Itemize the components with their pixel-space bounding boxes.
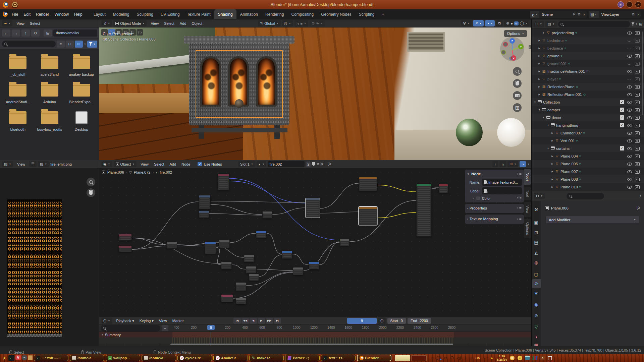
outliner-item-label[interactable]: Vert.001 xyxy=(560,139,575,143)
color-row[interactable]: › Color ∷≡ xyxy=(467,196,522,200)
snapping-toggle[interactable]: ∩ xyxy=(499,161,506,167)
outliner-item-label[interactable]: ground xyxy=(547,54,559,58)
disable-render-toggle[interactable] xyxy=(635,77,639,81)
disable-render-toggle[interactable] xyxy=(635,46,639,50)
back-button[interactable]: ← xyxy=(2,29,10,37)
prev-frame-button[interactable]: ◀ xyxy=(250,318,257,324)
taskbar-window-makese-[interactable]: ✎makese... xyxy=(249,355,284,361)
jump-to-end-button[interactable]: ▶| xyxy=(274,318,281,324)
workspace-tab-animation[interactable]: Animation xyxy=(236,9,262,19)
pin-icon[interactable]: ⚲ xyxy=(636,205,641,211)
shader-node-0[interactable] xyxy=(218,174,229,190)
play-button[interactable]: ▶ xyxy=(258,318,265,324)
books-icon[interactable] xyxy=(532,356,537,360)
hide-viewport-toggle[interactable] xyxy=(627,61,632,66)
menu-view[interactable]: View xyxy=(14,19,27,28)
expand-arrow-icon[interactable]: ▶ xyxy=(542,32,546,34)
disable-render-toggle[interactable] xyxy=(635,138,639,143)
path-field[interactable]: /home/amalie/ xyxy=(53,29,97,37)
hide-viewport-toggle[interactable] xyxy=(627,31,632,35)
editor-type-button[interactable]: ⊟▼ xyxy=(534,193,545,199)
taskbar-window--home-a-[interactable]: /home/a... xyxy=(70,355,104,361)
menu-help[interactable]: Help xyxy=(71,9,85,19)
taskbar-window-blender-[interactable]: Blender... xyxy=(357,355,391,361)
file-item[interactable]: Arduino xyxy=(34,81,66,104)
outliner-item-label[interactable]: ReflectionPlane.001 xyxy=(547,93,582,97)
outliner-item-label[interactable]: Plane.004 xyxy=(560,154,578,158)
presets-icon[interactable]: ∷≡ xyxy=(517,196,522,200)
outliner-row[interactable]: ▼camper✓ xyxy=(532,106,644,114)
outliner-item-label[interactable]: projectedImg xyxy=(552,31,574,35)
properties-tab-scene[interactable]: ◭ xyxy=(532,248,541,257)
lamp-icon[interactable]: ʘ xyxy=(450,356,453,360)
shader-node-16[interactable] xyxy=(309,261,319,269)
menu-view[interactable]: View xyxy=(148,19,161,28)
shader-node-7[interactable] xyxy=(416,184,432,237)
exclude-checkbox[interactable]: ✓ xyxy=(620,115,624,120)
up-button[interactable]: ↑ xyxy=(21,29,30,37)
expand-arrow-icon[interactable]: ▶ xyxy=(537,55,541,57)
overlays-dropdown[interactable]: ▼ xyxy=(527,163,530,165)
file-item[interactable]: acers3fand xyxy=(34,54,66,76)
editor-type-button[interactable]: ◉▼ xyxy=(101,161,112,167)
proportional-editing-toggle[interactable]: ⊙∿▼ xyxy=(310,20,325,26)
viewport-canvas[interactable]: ▸ User Perspective (9) Scene Collection … xyxy=(99,27,532,160)
pan-gizmo-button[interactable] xyxy=(513,79,522,88)
file-item[interactable]: anakey-backup xyxy=(65,54,97,76)
disable-render-toggle[interactable] xyxy=(635,84,639,89)
launcher-package[interactable] xyxy=(28,355,33,360)
workspace-tab-texture-paint[interactable]: Texture Paint xyxy=(183,9,214,19)
camera-view-button[interactable] xyxy=(513,91,522,100)
file-item[interactable]: BlenderExpo... xyxy=(65,81,97,104)
node-name-field[interactable]: Image Texture.0... xyxy=(482,179,522,186)
file-item[interactable]: AndroidStudi... xyxy=(2,81,34,104)
snap-target-selector[interactable]: ⊞▼ xyxy=(507,161,518,167)
music-icon[interactable]: ♫ xyxy=(431,356,434,360)
shader-node-8[interactable] xyxy=(439,184,448,193)
outliner-item-label[interactable]: Collection xyxy=(543,100,560,104)
properties-tab-constraints[interactable]: ⊛ xyxy=(532,311,541,320)
properties-tab-object-data[interactable]: ▽ xyxy=(532,322,541,331)
view-layer-name[interactable]: ViewLayer xyxy=(599,12,631,16)
use-nodes-toggle[interactable]: ✓ Use Nodes xyxy=(198,162,222,166)
new-material-button[interactable]: ⧉ xyxy=(317,162,319,166)
timeline-search-input[interactable] xyxy=(101,325,160,331)
display-mode-selector[interactable]: ⊟▼ xyxy=(533,21,544,27)
outliner-row[interactable]: ▶▽Vert.001▿ xyxy=(532,137,644,144)
transform-pivot-selector[interactable]: ◎▼ xyxy=(282,20,293,26)
disable-render-toggle[interactable] xyxy=(635,69,639,73)
frame-start-field[interactable]: Start0 xyxy=(387,318,406,324)
panel-header[interactable]: ›Properties xyxy=(467,205,522,211)
outliner-row[interactable]: ▶▨ReflectionPlane.001◇ xyxy=(532,90,644,98)
disable-render-toggle[interactable] xyxy=(635,31,639,35)
fake-user-icon[interactable] xyxy=(312,162,315,166)
outliner-row[interactable]: ▶▽bedpiece▿ xyxy=(532,44,644,52)
outliner-row[interactable]: ▶▽Plane.007▿ xyxy=(532,168,644,175)
exclude-checkbox[interactable]: ✓ xyxy=(620,108,624,112)
disable-render-toggle[interactable] xyxy=(635,131,639,135)
workspace-tab-geometry-nodes[interactable]: Geometry Nodes xyxy=(317,9,355,19)
hide-viewport-toggle[interactable] xyxy=(627,108,632,112)
select-visibility-toggle[interactable]: ⚲▼ xyxy=(461,20,472,26)
minimize-button[interactable]: – xyxy=(626,1,633,8)
outliner-item-label[interactable]: IrradianceVolume.001 xyxy=(547,69,585,73)
collapse-arrow-icon[interactable]: ▼ xyxy=(537,109,541,111)
hide-viewport-toggle[interactable] xyxy=(627,54,632,58)
properties-tab-texture[interactable]: ▩ xyxy=(532,341,541,346)
menu-file[interactable]: File xyxy=(9,9,21,19)
taskbar-window-wallpap-[interactable]: ▲wallpap... xyxy=(106,355,140,361)
timeline-tracks[interactable]: ▸ Summary xyxy=(99,332,532,346)
rendered-shading-icon[interactable]: ◯ xyxy=(520,21,524,25)
disable-render-toggle[interactable] xyxy=(635,177,639,181)
display-vertical-list-button[interactable]: ≡ xyxy=(57,41,65,48)
updates-icon[interactable]: ↑ xyxy=(437,356,441,360)
sidebar-tab-node[interactable]: Node xyxy=(524,169,531,185)
workspace-tab-uv-editing[interactable]: UV Editing xyxy=(157,9,183,19)
pin-icon[interactable]: ⚲ xyxy=(327,161,332,167)
timeline-ruler[interactable]: ↔ -400-200200400600800100012001400160018… xyxy=(99,324,532,332)
workspace-icon[interactable] xyxy=(548,356,552,360)
shading-mode-group[interactable]: ⊕ ● ◐ ◯ ▼ xyxy=(504,20,530,26)
shader-node-1[interactable] xyxy=(199,195,211,209)
editor-type-button[interactable]: ▰▼ xyxy=(2,20,12,26)
hide-viewport-toggle[interactable] xyxy=(627,38,632,43)
